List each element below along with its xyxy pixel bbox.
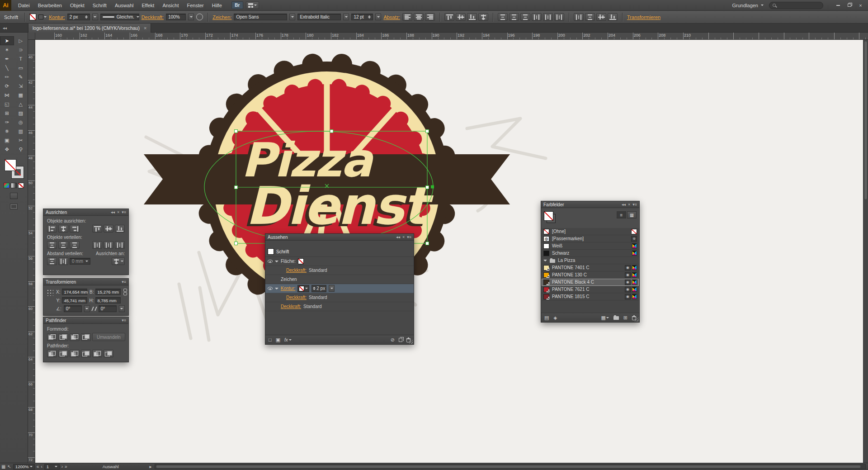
stepper-icon[interactable]	[368, 14, 371, 20]
distribute-center-button[interactable]	[543, 13, 553, 21]
none-mode-icon[interactable]	[18, 183, 24, 188]
stepper-icon[interactable]	[85, 14, 88, 20]
horizontal-scrollbar[interactable]	[155, 464, 866, 469]
appearance-fill-row[interactable]: Fläche:	[265, 257, 414, 266]
distribute-left-button[interactable]	[92, 241, 102, 249]
close-panel-icon[interactable]: ×	[628, 203, 630, 207]
toolbar-collapse-button[interactable]: ◂◂	[0, 24, 28, 32]
collapse-panel-icon[interactable]: ◂◂	[111, 210, 115, 214]
free-transform-tool-button[interactable]: ▦	[14, 90, 28, 100]
vertical-scrollbar[interactable]	[863, 40, 868, 463]
swatch-row-passermarken[interactable]: [Passermarken]⊕	[542, 235, 639, 242]
selection-tool-button[interactable]: ➤	[0, 36, 14, 45]
current-swatch-preview[interactable]	[544, 211, 557, 224]
align-vertical-center-button[interactable]	[104, 225, 113, 233]
blend-tool-button[interactable]: ◎	[14, 118, 28, 127]
distribute-vertical-center-button[interactable]	[58, 241, 68, 249]
rotate-field[interactable]: 0°	[64, 305, 82, 312]
status-expand-icon[interactable]: ▸	[150, 465, 152, 469]
distribute-space-horizontal-button[interactable]	[585, 13, 595, 21]
stroke-weight-dropdown[interactable]	[92, 14, 98, 20]
panel-menu-icon[interactable]: ▾≡	[632, 203, 637, 207]
distribute-top-button[interactable]	[498, 13, 508, 21]
previous-artboard-icon[interactable]: ‹	[41, 465, 42, 469]
perspective-grid-tool-button[interactable]: △	[14, 100, 28, 109]
distribute-left-button[interactable]	[532, 13, 542, 21]
merge-button[interactable]	[70, 350, 80, 357]
type-tool-button[interactable]: T	[14, 54, 28, 63]
constrain-proportions-icon[interactable]	[123, 289, 127, 295]
spacing-value-field[interactable]: 0 mm	[70, 258, 90, 265]
intersect-button[interactable]	[70, 333, 80, 341]
new-swatch-icon[interactable]: ⊞	[623, 315, 627, 321]
align-stroke-center-button[interactable]	[596, 13, 606, 21]
eyedropper-tool-button[interactable]: ✑	[0, 118, 14, 127]
distribute-vspace-button[interactable]	[47, 257, 57, 265]
swatch-row-pantone-black-4-c[interactable]: PANTONE Black 4 C◉	[542, 279, 639, 286]
fill-swatch[interactable]	[298, 258, 304, 264]
menu-bearbeiten[interactable]: Bearbeiten	[34, 0, 66, 11]
rotate-dropdown[interactable]	[84, 305, 90, 312]
next-artboard-icon[interactable]: ›	[61, 465, 63, 469]
crop-button[interactable]	[81, 350, 91, 357]
panel-header[interactable]: Ausrichten ◂◂ × ▾≡	[43, 209, 128, 216]
arrange-documents-button[interactable]	[246, 1, 259, 9]
menu-datei[interactable]: Datei	[14, 0, 34, 11]
menu-auswahl[interactable]: Auswahl	[111, 0, 138, 11]
magic-wand-tool-button[interactable]: ✶	[0, 45, 14, 54]
opacity-link[interactable]: Deckkraft:	[286, 268, 307, 273]
path-anchor-handle[interactable]	[431, 185, 434, 189]
visibility-eye-icon[interactable]	[268, 260, 273, 263]
stroke-weight-dropdown[interactable]	[329, 285, 335, 292]
align-to-artboard-button[interactable]	[478, 13, 488, 21]
expand-triangle-icon[interactable]	[275, 261, 278, 264]
menu-effekt[interactable]: Effekt	[137, 0, 158, 11]
trim-button[interactable]	[58, 350, 68, 357]
expand-button[interactable]: Umwandeln	[92, 333, 125, 341]
panel-menu-icon[interactable]: ▾≡	[122, 318, 126, 323]
slice-tool-button[interactable]: ✂	[14, 136, 28, 145]
swatch-row-pantone-7621-c[interactable]: PANTONE 7621 C◉	[542, 286, 639, 293]
hand-tool-button[interactable]: ✥	[0, 145, 14, 154]
opacity-field[interactable]: 100%	[166, 14, 186, 20]
close-panel-icon[interactable]: ×	[402, 235, 405, 239]
appearance-characters-row[interactable]: Zeichen	[265, 275, 414, 284]
add-effect-button[interactable]: fx	[284, 337, 292, 342]
distribute-hspace-button[interactable]	[58, 257, 68, 265]
outline-button[interactable]	[92, 350, 102, 357]
scale-tool-button[interactable]: ⇲	[14, 81, 28, 90]
swatch-row-schwarz[interactable]: Schwarz	[542, 250, 639, 257]
resize-grip[interactable]	[409, 340, 413, 344]
swatch-libraries-icon[interactable]: ▤	[544, 315, 549, 321]
first-artboard-icon[interactable]: «	[37, 465, 39, 469]
stroke-link[interactable]: Kontur:	[49, 14, 65, 20]
show-swatch-kinds-button[interactable]: ▦	[601, 315, 609, 321]
expand-triangle-icon[interactable]	[275, 288, 278, 291]
align-top-button[interactable]	[92, 225, 102, 233]
appearance-fill-opacity-row[interactable]: Deckkraft: Standard	[265, 266, 414, 275]
swatch-row-la-pizza[interactable]: La Pizza	[542, 257, 639, 264]
panel-menu-icon[interactable]: ▾≡	[122, 210, 126, 214]
panel-menu-icon[interactable]: ▾≡	[122, 280, 126, 284]
draw-mode-button[interactable]	[10, 193, 18, 199]
screen-mode-button[interactable]	[10, 204, 18, 209]
align-bottom-button[interactable]	[467, 13, 477, 21]
paragraph-link[interactable]: Absatz:	[383, 14, 400, 20]
paragraph-align-right-button[interactable]	[425, 13, 435, 21]
distribute-middle-button[interactable]	[509, 13, 519, 21]
height-field[interactable]: 8,785 mm	[95, 297, 121, 304]
opacity-link[interactable]: Deckkraft:	[281, 304, 301, 309]
swatch-row-pantone-1815-c[interactable]: PANTONE 1815 C◉	[542, 293, 639, 300]
stroke-row-label[interactable]: Kontur:	[281, 286, 295, 291]
artboard-number-field[interactable]: 1	[44, 464, 60, 470]
clear-appearance-icon[interactable]: ⊘	[391, 337, 395, 343]
align-right-button[interactable]	[70, 225, 80, 233]
width-field[interactable]: 15,276 mm	[95, 289, 121, 295]
minus-front-button[interactable]	[58, 333, 68, 341]
status-grid-icon[interactable]: ▦	[1, 465, 5, 469]
collapse-panel-icon[interactable]: ◂◂	[396, 235, 400, 239]
vertical-ruler[interactable]: 4042444648505254565860626466687072	[28, 40, 35, 463]
exclude-button[interactable]	[81, 333, 91, 341]
panel-header[interactable]: Pathfinder ▾≡	[43, 317, 128, 324]
new-stroke-icon[interactable]: □	[269, 337, 272, 342]
